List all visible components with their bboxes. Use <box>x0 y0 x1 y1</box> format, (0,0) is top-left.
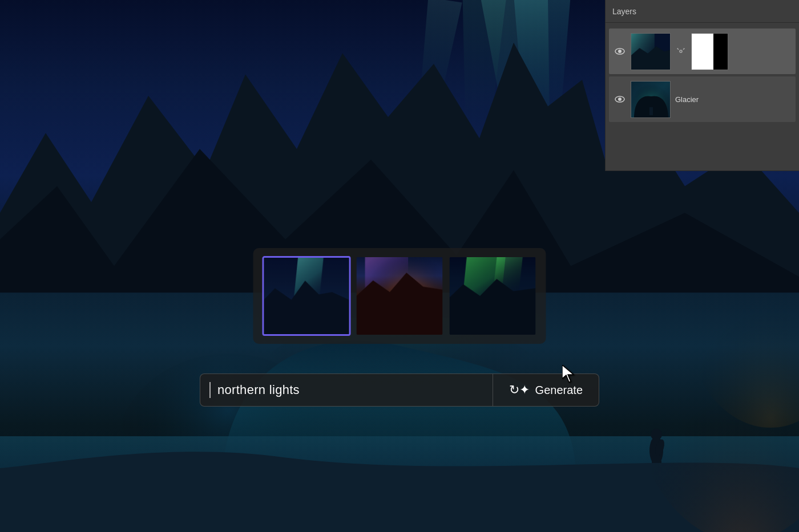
layer-name-2: Glacier <box>675 95 791 104</box>
layer-link-icon <box>675 46 687 57</box>
generate-label: Generate <box>535 384 583 397</box>
svg-point-1 <box>618 50 622 53</box>
generate-icon: ↻✦ <box>509 383 530 397</box>
svg-point-3 <box>618 98 622 101</box>
layers-panel: Layers <box>605 0 799 171</box>
layers-title: Layers <box>612 7 636 16</box>
preview-thumb-1[interactable] <box>263 256 351 336</box>
layer-item-1[interactable] <box>609 29 796 74</box>
generate-button[interactable]: ↻✦ Generate <box>493 373 599 407</box>
layer-eye-1[interactable] <box>614 45 626 58</box>
layer-mask-thumb-1 <box>691 33 728 70</box>
layers-body: Glacier <box>606 23 799 128</box>
preview-strip <box>253 248 546 344</box>
layer-eye-2[interactable] <box>614 93 626 105</box>
layers-header: Layers <box>606 0 799 23</box>
prompt-text: northern lights <box>217 383 300 397</box>
preview-thumb-3[interactable] <box>449 256 537 336</box>
text-cursor <box>209 382 211 398</box>
layer-thumbnail-2 <box>631 81 671 118</box>
layer-item-2[interactable]: Glacier <box>609 76 796 122</box>
preview-thumb-2[interactable] <box>356 256 444 336</box>
layer-thumbnail-1 <box>631 33 671 70</box>
prompt-input-wrapper[interactable]: northern lights <box>200 373 493 407</box>
generate-toolbar: northern lights ↻✦ Generate <box>200 373 599 407</box>
